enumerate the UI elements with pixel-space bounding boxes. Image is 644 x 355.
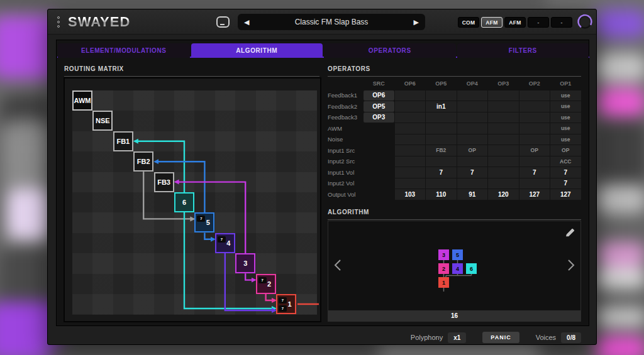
operator-cell[interactable]: [457, 123, 488, 134]
operator-cell[interactable]: [488, 90, 519, 101]
operator-cell[interactable]: [457, 178, 488, 189]
polyphony-value-button[interactable]: x1: [448, 332, 466, 343]
algorithm-op-3[interactable]: 3: [438, 249, 449, 260]
operator-cell[interactable]: 7: [550, 178, 581, 189]
src-cell[interactable]: OP6: [364, 90, 394, 101]
mode-button-1-com[interactable]: COM: [458, 17, 479, 28]
operator-cell[interactable]: [426, 112, 457, 123]
operator-cell[interactable]: [395, 90, 426, 101]
operator-cell[interactable]: 127: [550, 189, 581, 200]
operator-cell[interactable]: [488, 145, 519, 156]
matrix-node-label: 4: [226, 239, 230, 247]
operator-cell[interactable]: 7: [457, 167, 488, 178]
operator-cell[interactable]: [457, 156, 488, 167]
matrix-node-NSE[interactable]: NSE: [92, 111, 113, 131]
operator-cell[interactable]: [426, 134, 457, 145]
volume-knob-icon[interactable]: [576, 13, 594, 33]
operator-cell[interactable]: OP: [519, 145, 550, 156]
operator-cell[interactable]: [395, 178, 426, 189]
operator-cell[interactable]: [488, 178, 519, 189]
operator-cell[interactable]: use: [550, 101, 581, 112]
mode-button-5-empty[interactable]: -: [551, 17, 572, 28]
operator-cell[interactable]: [488, 123, 519, 134]
operator-cell[interactable]: in1: [426, 101, 457, 112]
operator-cell[interactable]: [488, 167, 519, 178]
algorithm-op-2[interactable]: 2: [438, 263, 449, 274]
src-cell[interactable]: OP3: [364, 112, 394, 123]
operator-cell[interactable]: [488, 134, 519, 145]
operator-cell[interactable]: [519, 178, 550, 189]
operator-cell[interactable]: use: [550, 123, 581, 134]
matrix-node-4[interactable]: 47: [215, 233, 235, 253]
voices-count: 0/8: [561, 332, 581, 343]
operator-cell[interactable]: 103: [395, 189, 426, 200]
operator-cell[interactable]: 110: [426, 189, 457, 200]
operator-cell[interactable]: [488, 112, 519, 123]
preset-next-button[interactable]: ▶: [414, 19, 419, 26]
operator-cell[interactable]: [488, 101, 519, 112]
algorithm-op-5[interactable]: 5: [452, 249, 463, 260]
tab-operators[interactable]: OPERATORS: [324, 43, 456, 58]
mode-button-2-afm[interactable]: AFM: [481, 17, 502, 28]
operator-cell[interactable]: [457, 90, 488, 101]
mode-button-4-empty[interactable]: -: [528, 17, 549, 28]
tab-filters[interactable]: FILTERS: [457, 43, 589, 58]
operator-cell[interactable]: OP: [550, 145, 581, 156]
operator-cell[interactable]: use: [550, 112, 581, 123]
algorithm-op-4[interactable]: 4: [452, 263, 463, 274]
operator-cell[interactable]: [519, 134, 550, 145]
operator-cell[interactable]: [457, 134, 488, 145]
matrix-node-3[interactable]: 3: [235, 253, 255, 273]
operator-cell[interactable]: [395, 112, 426, 123]
operator-cell[interactable]: 7: [519, 167, 550, 178]
algorithm-op-6[interactable]: 6: [466, 263, 477, 274]
operator-cell[interactable]: [395, 167, 426, 178]
operator-cell[interactable]: [488, 156, 519, 167]
matrix-node-FB3[interactable]: FB3: [154, 172, 174, 192]
matrix-node-2[interactable]: 27: [256, 274, 276, 294]
polyphony-label: Polyphony: [411, 334, 443, 341]
panic-button[interactable]: PANIC: [482, 332, 519, 343]
operator-cell[interactable]: OP: [457, 145, 488, 156]
operator-cell[interactable]: 127: [519, 189, 550, 200]
operator-cell[interactable]: [426, 156, 457, 167]
operator-cell[interactable]: [395, 145, 426, 156]
operator-cell[interactable]: [426, 90, 457, 101]
tab-algorithm[interactable]: ALGORITHM: [191, 43, 323, 58]
operator-cell[interactable]: ACC: [550, 156, 581, 167]
operator-cell[interactable]: [519, 156, 550, 167]
operator-cell[interactable]: [457, 112, 488, 123]
operator-cell[interactable]: [395, 123, 426, 134]
operator-cell[interactable]: [519, 101, 550, 112]
operator-cell[interactable]: 7: [426, 167, 457, 178]
operator-cell[interactable]: [395, 156, 426, 167]
save-preset-icon[interactable]: [216, 16, 230, 28]
src-cell[interactable]: OP5: [364, 101, 394, 112]
kebab-menu-icon[interactable]: [57, 16, 61, 28]
operator-cell[interactable]: [457, 101, 488, 112]
preset-prev-button[interactable]: ◀: [244, 19, 249, 26]
titlebar: SWAYED ◀ Classic FM Slap Bass ▶ COMAFMAF…: [48, 9, 596, 35]
operator-cell[interactable]: [426, 123, 457, 134]
operator-cell[interactable]: use: [550, 134, 581, 145]
operator-cell[interactable]: 120: [488, 189, 519, 200]
operator-cell[interactable]: use: [550, 90, 581, 101]
matrix-node-AWM[interactable]: AWM: [72, 90, 92, 111]
operator-cell[interactable]: FB2: [426, 145, 457, 156]
mode-button-3-afm[interactable]: AFM: [504, 17, 526, 28]
operator-cell[interactable]: [519, 123, 550, 134]
matrix-node-FB1[interactable]: FB1: [113, 131, 133, 151]
matrix-node-1[interactable]: 177: [276, 294, 296, 314]
operator-cell[interactable]: [395, 101, 426, 112]
matrix-node-6[interactable]: 6: [174, 192, 194, 212]
algorithm-op-1[interactable]: 1: [438, 277, 449, 288]
matrix-node-5[interactable]: 57: [194, 212, 214, 232]
operator-cell[interactable]: [395, 134, 426, 145]
operator-cell[interactable]: [519, 90, 550, 101]
tab-element-modulations[interactable]: ELEMENT/MODULATIONS: [58, 43, 190, 58]
operator-cell[interactable]: 91: [457, 189, 488, 200]
operator-cell[interactable]: 7: [550, 167, 581, 178]
operator-cell[interactable]: [519, 112, 550, 123]
operator-cell[interactable]: [426, 178, 457, 189]
matrix-node-FB2[interactable]: FB2: [133, 151, 153, 172]
